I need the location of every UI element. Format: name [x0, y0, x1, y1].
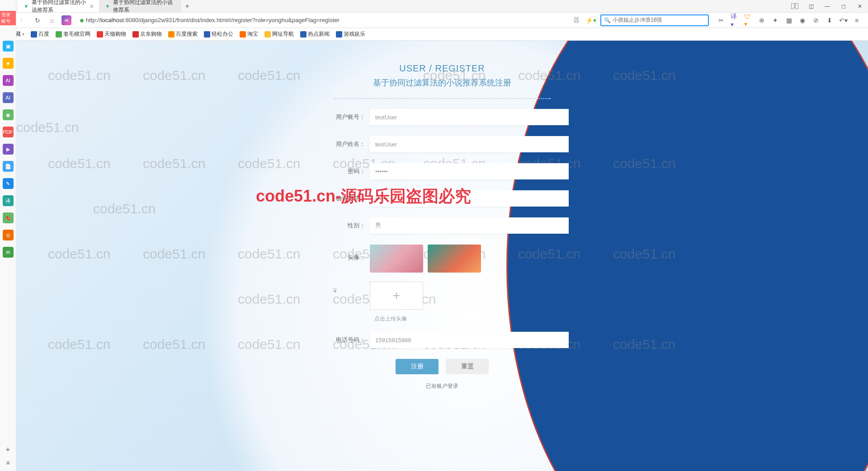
bookmark-item[interactable]: 游戏娱乐: [336, 30, 365, 38]
flash-icon[interactable]: ⚡▾: [586, 15, 596, 25]
shield-icon: ◆: [80, 17, 84, 24]
browser-titlebar: ➤ ▼ 基于协同过滤算法的小说推荐系 × ▼ 基于协同过滤算法的小说推荐系 + …: [0, 0, 868, 13]
sidebar-add[interactable]: +: [5, 445, 10, 455]
upload-hint: 点击上传头像: [374, 315, 569, 323]
watermark: code51.cn: [613, 337, 675, 352]
phone-label: 电话号码：: [316, 336, 370, 344]
side-icon[interactable]: ★: [3, 58, 14, 69]
history-icon[interactable]: ↶▾: [839, 16, 847, 24]
apps-icon[interactable]: ▦: [785, 16, 793, 24]
password-input[interactable]: [370, 163, 569, 179]
close-button[interactable]: ✕: [852, 0, 868, 13]
watermark: code51.cn: [48, 68, 110, 83]
bookmark-item[interactable]: 轻松办公: [204, 30, 233, 38]
search-input[interactable]: 🔍 小孩姐止步冲浪16强: [600, 14, 709, 26]
new-tab-button[interactable]: +: [181, 2, 193, 10]
search-icon: 🔍: [604, 17, 611, 24]
tab-count[interactable]: 2: [787, 0, 803, 13]
avatar-thumb[interactable]: [370, 245, 423, 273]
compass-icon[interactable]: ⊕: [758, 16, 766, 24]
realname-label: 用户姓名：: [316, 140, 370, 148]
bookmarks-bar: ★收藏▾ 百度 老毛桃官网 天猫购物 京东购物 百度搜索 轻松办公 淘宝 网址导…: [0, 28, 868, 41]
vue-icon: ▼: [24, 3, 29, 9]
side-icon[interactable]: ▶: [3, 144, 14, 155]
reset-button[interactable]: 重置: [446, 359, 489, 374]
side-icon[interactable]: ◎: [3, 230, 14, 240]
bookmark-item[interactable]: 百度: [31, 30, 49, 38]
url-input[interactable]: ◆ http://localhost:8080/django2w931/fron…: [76, 14, 567, 26]
side-icon[interactable]: 译: [3, 195, 14, 206]
puzzle-icon[interactable]: ✦: [771, 16, 779, 24]
bookmark-icon: [240, 31, 246, 38]
watermark: code51.cn: [93, 201, 156, 217]
watermark: code51.cn: [238, 246, 300, 262]
watermark: code51.cn: [48, 337, 110, 352]
home-button[interactable]: ⌂: [47, 15, 57, 25]
left-sidebar: 登录账号 ▣ ★ AI AI ◉ PDF ▶ 📄 ✎ 译 🔖 ◎ ✉ + ≡: [0, 0, 16, 471]
extension-icon[interactable]: ◫: [803, 0, 819, 13]
bookmark-item[interactable]: 老毛桃官网: [56, 30, 90, 38]
bookmark-item[interactable]: 网址导航: [264, 30, 294, 38]
plus-icon: +: [393, 288, 400, 303]
side-icon[interactable]: PDF: [3, 127, 14, 137]
side-icon[interactable]: ◉: [3, 109, 14, 120]
tab-active[interactable]: ▼ 基于协同过滤算法的小说推荐系 ×: [18, 0, 99, 12]
minimize-button[interactable]: —: [819, 0, 835, 13]
bookmark-item[interactable]: 百度搜索: [168, 30, 198, 38]
bookmark-icon: [204, 31, 210, 38]
bookmark-item[interactable]: 京东购物: [132, 30, 162, 38]
bookmark-item[interactable]: 淘宝: [240, 30, 258, 38]
avatar-label: 头像：: [316, 245, 370, 262]
register-subtitle: 基于协同过滤算法的小说推荐系统注册: [316, 77, 569, 88]
avatar-upload-button[interactable]: +: [370, 282, 423, 310]
bookmark-icon: [168, 31, 175, 38]
security-icon[interactable]: 🛡▾: [744, 16, 752, 24]
side-icon[interactable]: AI: [3, 92, 14, 103]
side-icon[interactable]: ✉: [3, 247, 14, 258]
bookmark-icon: [300, 31, 307, 38]
page-content: code51.cn code51.cn code51.cn code51.cn …: [16, 41, 868, 471]
maximize-button[interactable]: ◻: [835, 0, 852, 13]
watermark: code51.cn: [613, 156, 675, 171]
watermark: code51.cn: [16, 120, 79, 135]
side-icon[interactable]: ✎: [3, 178, 14, 189]
scissors-icon[interactable]: ✂: [717, 16, 725, 24]
username-input[interactable]: [370, 109, 569, 125]
bookmark-icon: [132, 31, 139, 38]
bookmark-icon: [336, 31, 342, 38]
reload-button[interactable]: ↻: [33, 15, 42, 25]
address-bar: 〈 〉 ↻ ⌂ AI ◆ http://localhost:8080/djang…: [0, 13, 868, 28]
ai-icon[interactable]: AI: [61, 15, 71, 25]
bookmark-item[interactable]: 热点新闻: [300, 30, 330, 38]
watermark: code51.cn: [48, 246, 110, 262]
translate-icon[interactable]: 器: [571, 15, 581, 25]
side-icon[interactable]: AI: [3, 75, 14, 86]
gender-select[interactable]: 男: [370, 217, 569, 234]
phone-input[interactable]: [370, 332, 569, 348]
login-tag[interactable]: 登录账号: [0, 11, 16, 25]
bookmark-item[interactable]: 天猫购物: [97, 30, 126, 38]
download-icon[interactable]: ⬇: [826, 16, 834, 24]
side-icon[interactable]: ▣: [3, 41, 14, 52]
side-icon[interactable]: 📄: [3, 161, 14, 172]
translate-ext-icon[interactable]: 译▾: [731, 16, 739, 24]
menu-icon[interactable]: ≡: [853, 16, 861, 24]
tab-title: 基于协同过滤算法的小说推荐系: [113, 0, 175, 14]
rainbow-icon[interactable]: ◉: [798, 16, 807, 24]
vue-icon: ▼: [105, 3, 110, 9]
register-button[interactable]: 注册: [396, 359, 439, 374]
avatar-thumb[interactable]: [428, 245, 481, 273]
watermark: code51.cn: [48, 156, 110, 171]
watermark: code51.cn: [613, 68, 675, 83]
realname-input[interactable]: [370, 136, 569, 152]
url-prefix: http://: [86, 17, 101, 24]
tab-close-icon[interactable]: ×: [90, 3, 94, 10]
sync-icon[interactable]: ⊘: [812, 16, 820, 24]
username-label: 用户账号：: [316, 113, 370, 121]
login-link[interactable]: 已有账户登录: [316, 382, 569, 390]
tab-inactive[interactable]: ▼ 基于协同过滤算法的小说推荐系: [99, 0, 181, 12]
forward-button[interactable]: 〉: [18, 15, 28, 25]
sidebar-menu[interactable]: ≡: [6, 459, 9, 466]
bookmark-icon: [56, 31, 62, 38]
side-icon[interactable]: 🔖: [3, 212, 14, 223]
